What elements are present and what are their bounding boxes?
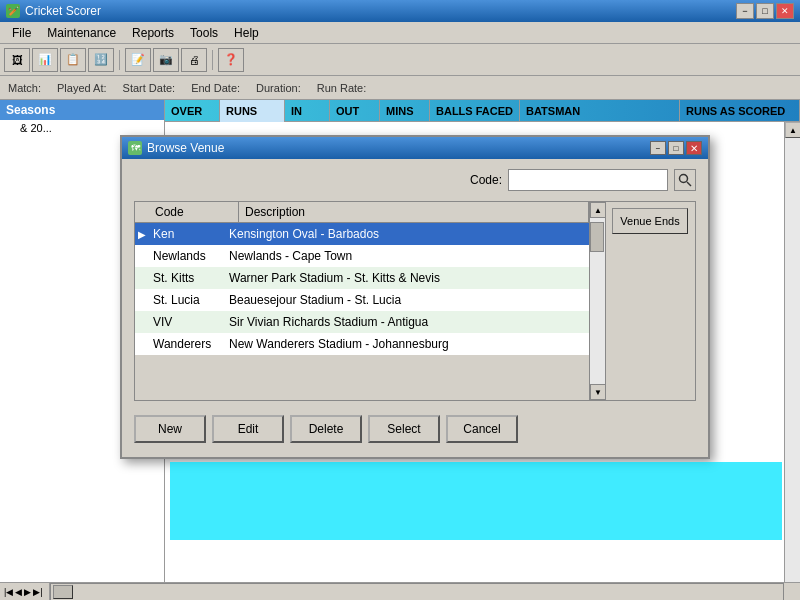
toolbar-btn-6[interactable]: 📷 xyxy=(153,48,179,72)
toolbar-sep-2 xyxy=(212,50,213,70)
th-over: OVER xyxy=(165,100,220,122)
th-runs: RUNS xyxy=(220,100,285,122)
menu-reports[interactable]: Reports xyxy=(124,24,182,42)
menu-tools[interactable]: Tools xyxy=(182,24,226,42)
scroll-track xyxy=(590,218,605,384)
toolbar-btn-4[interactable]: 🔢 xyxy=(88,48,114,72)
delete-button[interactable]: Delete xyxy=(290,415,362,443)
scroll-corner xyxy=(784,583,800,601)
venue-desc-st-kitts: Warner Park Stadium - St. Kitts & Nevis xyxy=(225,269,589,287)
toolbar-btn-5[interactable]: 📝 xyxy=(125,48,151,72)
toolbar-sep-1 xyxy=(119,50,120,70)
venue-code-st-lucia: St. Lucia xyxy=(149,291,225,309)
toolbar: 🖼 📊 📋 🔢 📝 📷 🖨 ❓ xyxy=(0,44,800,76)
run-rate-label: Run Rate: xyxy=(317,82,367,94)
search-button[interactable] xyxy=(674,169,696,191)
menu-maintenance[interactable]: Maintenance xyxy=(39,24,124,42)
th-mins: MINS xyxy=(380,100,430,122)
venue-row-wanderers[interactable]: Wanderers New Wanderers Stadium - Johann… xyxy=(135,333,589,355)
scroll-left-end[interactable]: |◀ xyxy=(4,587,13,597)
menu-help[interactable]: Help xyxy=(226,24,267,42)
modal-minimize[interactable]: − xyxy=(650,141,666,155)
modal-title: Browse Venue xyxy=(147,141,650,155)
toolbar-btn-7[interactable]: 🖨 xyxy=(181,48,207,72)
scroll-up-arrow[interactable]: ▲ xyxy=(785,122,800,138)
toolbar-btn-help[interactable]: ❓ xyxy=(218,48,244,72)
minimize-button[interactable]: − xyxy=(736,3,754,19)
modal-maximize[interactable]: □ xyxy=(668,141,684,155)
venue-right-panel: Venue Ends xyxy=(605,202,695,400)
venue-code-st-kitts: St. Kitts xyxy=(149,269,225,287)
venue-row-newlands[interactable]: Newlands Newlands - Cape Town xyxy=(135,245,589,267)
modal-close[interactable]: ✕ xyxy=(686,141,702,155)
venue-desc-st-lucia: Beauesejour Stadium - St. Lucia xyxy=(225,291,589,309)
scroll-right[interactable]: ▶ xyxy=(24,587,31,597)
venue-code-viv: VIV xyxy=(149,313,225,331)
cancel-button[interactable]: Cancel xyxy=(446,415,518,443)
horizontal-scrollbar[interactable] xyxy=(50,583,784,601)
venue-table-header: Code Description xyxy=(135,202,589,223)
title-bar: 🏏 Cricket Scorer − □ ✕ xyxy=(0,0,800,22)
maximize-button[interactable]: □ xyxy=(756,3,774,19)
venue-code-newlands: Newlands xyxy=(149,247,225,265)
scroll-track xyxy=(785,138,800,584)
close-button[interactable]: ✕ xyxy=(776,3,794,19)
scroll-down[interactable]: ▼ xyxy=(590,384,606,400)
title-bar-buttons: − □ ✕ xyxy=(736,3,794,19)
venue-code-ken: Ken xyxy=(149,225,225,243)
scroll-up[interactable]: ▲ xyxy=(590,202,606,218)
venue-desc-newlands: Newlands - Cape Town xyxy=(225,247,589,265)
left-scroll-controls: |◀ ◀ ▶ ▶| xyxy=(0,583,50,601)
venue-row-viv[interactable]: VIV Sir Vivian Richards Stadium - Antigu… xyxy=(135,311,589,333)
table-header-row: OVER RUNS IN OUT MINS BALLS FACED BATSMA… xyxy=(165,100,800,122)
row-indicator-ken: ▶ xyxy=(135,229,149,240)
toolbar-btn-1[interactable]: 🖼 xyxy=(4,48,30,72)
scroll-thumb xyxy=(590,222,604,252)
sidebar-item-seasons[interactable]: & 20... xyxy=(0,120,164,136)
right-scrollbar[interactable]: ▲ ▼ xyxy=(784,122,800,600)
venue-desc-ken: Kensington Oval - Barbados xyxy=(225,225,589,243)
end-date-label: End Date: xyxy=(191,82,240,94)
app-title: Cricket Scorer xyxy=(25,4,736,18)
cyan-area xyxy=(170,462,782,540)
venue-code-wanderers: Wanderers xyxy=(149,335,225,353)
edit-button[interactable]: Edit xyxy=(212,415,284,443)
menu-file[interactable]: File xyxy=(4,24,39,42)
scroll-left[interactable]: ◀ xyxy=(15,587,22,597)
venue-row-ken[interactable]: ▶ Ken Kensington Oval - Barbados xyxy=(135,223,589,245)
th-runs-scored: RUNS AS SCORED xyxy=(680,100,800,122)
venue-scrollbar[interactable]: ▲ ▼ xyxy=(589,202,605,400)
code-label: Code: xyxy=(470,173,502,187)
venue-table: Code Description ▶ Ken Kensington Oval -… xyxy=(135,202,589,400)
new-button[interactable]: New xyxy=(134,415,206,443)
scroll-right-end[interactable]: ▶| xyxy=(33,587,42,597)
svg-line-1 xyxy=(687,182,691,186)
menu-bar: File Maintenance Reports Tools Help xyxy=(0,22,800,44)
indicator-spacer xyxy=(135,202,149,222)
th-out: OUT xyxy=(330,100,380,122)
toolbar-btn-3[interactable]: 📋 xyxy=(60,48,86,72)
venue-row-st-kitts[interactable]: St. Kitts Warner Park Stadium - St. Kitt… xyxy=(135,267,589,289)
th-batsman: BATSMAN xyxy=(520,100,680,122)
status-bar: Match: Played At: Start Date: End Date: … xyxy=(0,76,800,100)
svg-point-0 xyxy=(680,175,688,183)
venue-ends-button[interactable]: Venue Ends xyxy=(612,208,688,234)
modal-icon: 🗺 xyxy=(128,141,142,155)
th-code: Code xyxy=(149,202,239,222)
sidebar-header: Seasons xyxy=(0,100,164,120)
code-input[interactable] xyxy=(508,169,668,191)
venue-table-area: Code Description ▶ Ken Kensington Oval -… xyxy=(134,201,696,401)
match-label: Match: xyxy=(8,82,41,94)
select-button[interactable]: Select xyxy=(368,415,440,443)
browse-venue-dialog: 🗺 Browse Venue − □ ✕ Code: xyxy=(120,135,710,459)
modal-action-buttons: New Edit Delete Select Cancel xyxy=(134,415,696,447)
duration-label: Duration: xyxy=(256,82,301,94)
modal-title-buttons: − □ ✕ xyxy=(650,141,702,155)
th-balls: BALLS FACED xyxy=(430,100,520,122)
venue-desc-viv: Sir Vivian Richards Stadium - Antigua xyxy=(225,313,589,331)
venue-row-st-lucia[interactable]: St. Lucia Beauesejour Stadium - St. Luci… xyxy=(135,289,589,311)
modal-body: Code: Code Description xyxy=(122,159,708,457)
modal-title-bar: 🗺 Browse Venue − □ ✕ xyxy=(122,137,708,159)
toolbar-btn-2[interactable]: 📊 xyxy=(32,48,58,72)
app-icon: 🏏 xyxy=(6,4,20,18)
